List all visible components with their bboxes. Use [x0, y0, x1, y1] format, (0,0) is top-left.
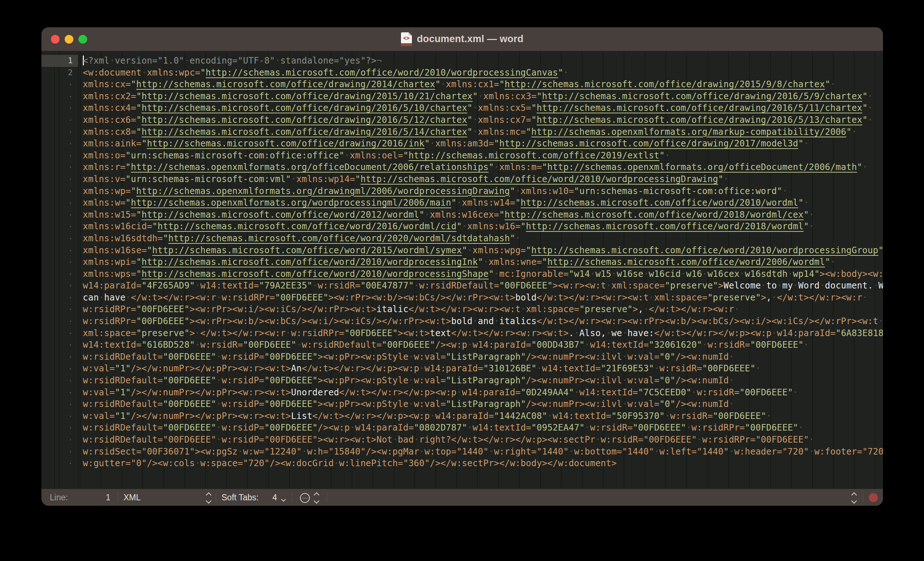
- wrap-marker: ·: [41, 304, 78, 315]
- wrap-marker: ·: [41, 351, 78, 363]
- code-line: xmlns:w16cid="http://schemas.microsoft.c…: [78, 221, 883, 233]
- wrap-marker: ·: [41, 78, 78, 90]
- document-modified-dot: [869, 493, 878, 502]
- wrap-marker: ·: [41, 457, 78, 469]
- soft-tabs-value[interactable]: 4: [272, 489, 277, 506]
- minimize-button[interactable]: [64, 35, 74, 44]
- code-line: w:rsidSect="00F36071"><w:pgSz·w:w="12240…: [78, 446, 883, 458]
- wrap-marker: ·: [41, 126, 78, 138]
- code-content[interactable]: <?xml·version="1.0"·encoding="UTF-8"·sta…: [78, 55, 883, 469]
- editor-window: <> document.xml — word 12···············…: [41, 27, 883, 506]
- wrap-marker: ·: [41, 422, 78, 434]
- wrap-marker: ·: [41, 138, 78, 150]
- wrap-marker: ·: [41, 209, 78, 221]
- wrap-marker: ·: [41, 102, 78, 114]
- soft-tabs-label: Soft Tabs:: [222, 489, 259, 506]
- line-label: Line:: [50, 489, 68, 506]
- wrap-marker: ·: [41, 221, 78, 233]
- code-line: xmlns:wps="http://schemas.microsoft.com/…: [78, 268, 883, 280]
- code-line: w:val="1"/></w:numPr></w:pPr><w:r><w:t>L…: [78, 410, 883, 422]
- code-line: <w:document·xmlns:wpc="http://schemas.mi…: [78, 67, 883, 79]
- code-line: xmlns:r="http://schemas.openxmlformats.o…: [78, 161, 883, 173]
- wrap-marker: ·: [41, 197, 78, 209]
- code-line: xmlns:cx="http://schemas.microsoft.com/o…: [78, 78, 883, 90]
- code-line: xmlns:cx2="http://schemas.microsoft.com/…: [78, 90, 883, 102]
- code-line: w:rsidRDefault="00FD6EEE"·w:rsidP="00FD6…: [78, 434, 883, 446]
- zoom-button[interactable]: [78, 35, 87, 44]
- scope-chevrons-icon[interactable]: [852, 489, 856, 506]
- code-line: xmlns:v="urn:schemas-microsoft-com:vml"·…: [78, 173, 883, 185]
- wrap-marker: ·: [41, 268, 78, 280]
- code-line: can·have·</w:t></w:r><w:r·w:rsidRPr="00F…: [78, 292, 883, 304]
- code-line: xmlns:cx8="http://schemas.microsoft.com/…: [78, 126, 883, 138]
- code-line: w14:paraId="4F265AD9"·w14:textId="79A2EE…: [78, 280, 883, 292]
- wrap-marker: ·: [41, 410, 78, 422]
- wrap-marker: ·: [41, 150, 78, 162]
- code-line: w:val="1"/></w:numPr></w:pPr><w:r><w:t>U…: [78, 387, 883, 399]
- wrap-marker: ·: [41, 245, 78, 257]
- code-line: w:rsidRPr="00FD6EEE"><w:rPr><w:b/><w:bCs…: [78, 315, 883, 327]
- code-line: xmlns:w16se="http://schemas.microsoft.co…: [78, 245, 883, 257]
- code-line: w:rsidRPr="00FD6EEE"><w:rPr><w:i/><w:iCs…: [78, 304, 883, 315]
- wrap-marker: ·: [41, 375, 78, 387]
- wrap-marker: ·: [41, 256, 78, 268]
- syntax-popup-chevrons-icon[interactable]: [207, 489, 211, 506]
- code-line: xmlns:cx4="http://schemas.microsoft.com/…: [78, 102, 883, 114]
- wrap-marker: ·: [41, 185, 78, 197]
- wrap-marker: ·: [41, 173, 78, 185]
- code-line: w:rsidRDefault="00FD6EEE"·w:rsidP="00FD6…: [78, 351, 883, 363]
- xml-file-icon[interactable]: <>: [401, 32, 412, 46]
- wrap-marker: ·: [41, 90, 78, 102]
- wrap-marker: ·: [41, 327, 78, 339]
- traffic-lights: [51, 35, 87, 44]
- wrap-marker: ·: [41, 114, 78, 126]
- wrap-marker: ·: [41, 292, 78, 304]
- code-line: xmlns:w16sdtdh="http://schemas.microsoft…: [78, 233, 883, 245]
- code-line: w:gutter="0"/><w:cols·w:space="720"/><w:…: [78, 457, 883, 469]
- wrap-marker: ·: [41, 446, 78, 458]
- wrap-marker: ·: [41, 280, 78, 292]
- code-line: w:val="1"/></w:numPr></w:pPr><w:r><w:t>A…: [78, 362, 883, 375]
- code-line: xmlns:o="urn:schemas-microsoft-com:offic…: [78, 150, 883, 162]
- tab-width-chevron-icon[interactable]: [282, 490, 285, 507]
- wrap-marker: ·: [41, 339, 78, 351]
- title-bar[interactable]: <> document.xml — word: [41, 27, 883, 51]
- status-bar: Line: 1 XML Soft Tabs: 4 ⋯: [41, 489, 883, 506]
- code-line: xmlns:w="http://schemas.openxmlformats.o…: [78, 197, 883, 209]
- code-line: w:rsidRDefault="00FD6EEE"·w:rsidP="00FD6…: [78, 375, 883, 387]
- line-value[interactable]: 1: [99, 489, 110, 506]
- title-group: <> document.xml — word: [401, 32, 524, 46]
- line-ending-ellipsis-circle-icon[interactable]: ⋯: [300, 489, 310, 506]
- wrap-marker: ·: [41, 161, 78, 173]
- text-editor-area[interactable]: 12································· <?xm…: [41, 51, 883, 489]
- line-number: 1: [41, 55, 78, 67]
- wrap-marker: ·: [41, 387, 78, 399]
- syntax-mode-selector[interactable]: XML: [123, 489, 141, 506]
- code-line: xml:space="preserve">·</w:t></w:r><w:r·w…: [78, 327, 883, 339]
- wrap-marker: ·: [41, 362, 78, 375]
- code-line: w14:textId="616BD528"·w:rsidR="00FD6EEE"…: [78, 339, 883, 351]
- code-line: w:rsidRDefault="00FD6EEE"·w:rsidP="00FD6…: [78, 422, 883, 434]
- wrap-marker: ·: [41, 398, 78, 410]
- code-line: xmlns:wpi="http://schemas.microsoft.com/…: [78, 256, 883, 268]
- code-line: xmlns:aink="http://schemas.microsoft.com…: [78, 138, 883, 150]
- window-title: document.xml — word: [417, 33, 524, 45]
- code-line: xmlns:cx6="http://schemas.microsoft.com/…: [78, 114, 883, 126]
- line-number: 2: [41, 67, 78, 79]
- code-line: xmlns:wp="http://schemas.openxmlformats.…: [78, 185, 883, 197]
- line-ending-chevrons-icon[interactable]: [315, 489, 318, 506]
- code-line: w:rsidRDefault="00FD6EEE"·w:rsidP="00FD6…: [78, 398, 883, 410]
- code-glyph: <>: [401, 35, 412, 41]
- wrap-marker: ·: [41, 434, 78, 446]
- code-line: <?xml·version="1.0"·encoding="UTF-8"·sta…: [78, 55, 883, 67]
- code-line: xmlns:w15="http://schemas.microsoft.com/…: [78, 209, 883, 221]
- wrap-marker: ·: [41, 233, 78, 245]
- close-button[interactable]: [51, 35, 60, 44]
- wrap-marker: ·: [41, 315, 78, 327]
- line-number-gutter: 12·································: [41, 55, 78, 469]
